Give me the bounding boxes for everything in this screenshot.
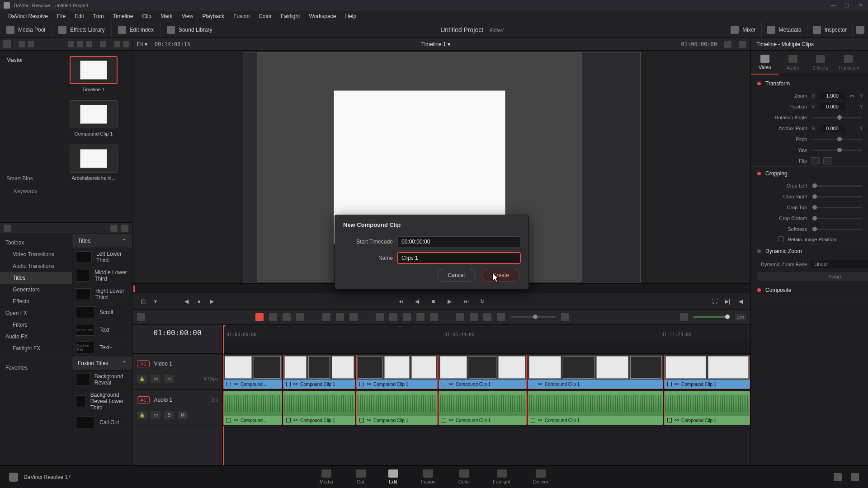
page-fusion[interactable]: Fusion — [421, 469, 436, 484]
fx-item[interactable]: Scroll — [72, 304, 132, 321]
track-auto-select-icon[interactable]: ▭ — [151, 411, 160, 419]
home-icon[interactable] — [834, 473, 842, 481]
zoom-in-icon[interactable] — [561, 313, 569, 321]
dynamic-trim-icon[interactable] — [283, 313, 291, 321]
retain-checkbox[interactable] — [778, 236, 784, 242]
menu-file[interactable]: File — [52, 13, 70, 19]
search-icon[interactable] — [100, 41, 106, 47]
fx-options-icon[interactable] — [121, 225, 128, 232]
menu-fairlight[interactable]: Fairlight — [276, 13, 305, 19]
volume-slider[interactable] — [693, 316, 730, 318]
page-color[interactable]: Color — [458, 469, 470, 484]
overwrite-clip-icon[interactable] — [336, 313, 344, 321]
fx-favorites[interactable]: Favorites — [0, 360, 72, 374]
metadata-toggle[interactable]: Metadata — [761, 22, 807, 38]
track-lock-icon[interactable]: 🔒 — [137, 375, 147, 383]
audio-track[interactable]: ⚯Compound ... ⚯Compound Clip 1 ⚯Compound… — [223, 390, 750, 426]
create-button[interactable]: Create — [481, 269, 520, 282]
cancel-button[interactable]: Cancel — [437, 269, 476, 282]
solo-button[interactable]: S — [164, 411, 174, 419]
menu-timeline[interactable]: Timeline — [108, 13, 137, 19]
fx-section-titles[interactable]: Titles⌃ — [72, 234, 132, 248]
timeline-timecode[interactable]: 01:00:00:00 — [132, 325, 222, 341]
menu-color[interactable]: Color — [254, 13, 276, 19]
menu-workspace[interactable]: Workspace — [305, 13, 341, 19]
tab-image[interactable]: Image — [863, 51, 868, 75]
tl-view-options-icon[interactable] — [137, 313, 145, 321]
fx-cat-generators[interactable]: Generators — [0, 284, 72, 296]
audio-clip[interactable]: ⚯Compound Clip 1 — [439, 391, 527, 425]
zoom-x-value[interactable]: 1.000 — [820, 92, 845, 99]
flip-h-button[interactable] — [811, 157, 820, 164]
audio-track-header[interactable]: A1Audio 12.0 🔒▭SM — [132, 390, 222, 426]
fx-item[interactable]: Left Lower Third — [72, 248, 132, 267]
thumb-view-icon[interactable] — [77, 41, 83, 47]
page-deliver[interactable]: Deliver — [533, 469, 548, 484]
zoom-out-icon[interactable] — [497, 313, 505, 321]
rotation-slider[interactable] — [812, 117, 862, 118]
link-icon[interactable] — [389, 313, 397, 321]
timeline-tracks[interactable]: 01:00:00:00 01:05:44:00 01:11:28:00 ⚯Com… — [223, 325, 750, 465]
video-clip[interactable]: ⚯Compound Clip 1 — [283, 355, 355, 389]
sort-icon[interactable] — [114, 41, 120, 47]
fx-cat-titles[interactable]: Titles — [0, 272, 72, 284]
menu-edit[interactable]: Edit — [70, 13, 89, 19]
lock-icon[interactable] — [403, 313, 411, 321]
fx-section-fusion-titles[interactable]: Fusion Titles⌃ — [72, 357, 132, 371]
timeline-ruler[interactable]: 01:00:00:00 01:05:44:00 01:11:28:00 — [223, 325, 750, 341]
media-thumb[interactable]: Timeline 1 — [69, 56, 118, 92]
position-x-value[interactable]: 0.000 — [820, 103, 845, 110]
ease-dropdown[interactable]: Linear▾ — [811, 260, 868, 268]
keywords-bin[interactable]: Keywords — [5, 186, 58, 196]
fx-item[interactable]: Custom TitleText+ — [72, 339, 132, 357]
video-clip[interactable]: ⚯Compound Clip 1 — [664, 355, 750, 389]
fx-dropdown-icon[interactable] — [4, 225, 11, 232]
video-track[interactable]: ⚯Compound ... ⚯Compound Clip 1 ⚯Compound… — [223, 354, 750, 390]
project-settings-icon[interactable] — [851, 473, 859, 481]
edit-index-toggle[interactable]: Edit Index — [112, 22, 160, 38]
pool-dropdown-icon[interactable] — [3, 40, 11, 48]
center-icon[interactable]: ● — [195, 297, 203, 305]
flip-v-button[interactable] — [823, 157, 832, 164]
tab-audio[interactable]: Audio — [779, 51, 807, 75]
crop-left-slider[interactable] — [812, 185, 862, 187]
fx-cat-openfx[interactable]: Open FX — [0, 307, 72, 319]
menu-help[interactable]: Help — [340, 13, 361, 19]
fx-cat-toolbox[interactable]: Toolbox — [0, 237, 72, 249]
pool-options-icon[interactable] — [123, 41, 129, 47]
loop-button[interactable]: ↻ — [478, 297, 486, 305]
master-bin[interactable]: Master — [5, 55, 58, 65]
fx-search-icon[interactable] — [110, 225, 118, 232]
softness-slider[interactable] — [812, 229, 862, 230]
track-auto-select-icon[interactable]: ▭ — [151, 375, 160, 383]
goto-in-icon[interactable]: |◀ — [736, 297, 744, 305]
replace-clip-icon[interactable] — [349, 313, 358, 321]
crop-bottom-slider[interactable] — [812, 218, 862, 219]
menu-app[interactable]: DaVinci Resolve — [4, 13, 52, 19]
start-timecode-input[interactable] — [397, 236, 520, 247]
media-pool-toggle[interactable]: Media Pool — [0, 22, 52, 38]
snap-icon[interactable] — [376, 313, 384, 321]
fx-cat-filters[interactable]: Filters — [0, 319, 72, 331]
zoom-slider[interactable] — [510, 316, 556, 318]
media-thumb[interactable]: Compound Clip 1 — [69, 100, 118, 136]
yaw-slider[interactable] — [812, 150, 862, 151]
fx-cat-videotrans[interactable]: Video Transitions — [0, 249, 72, 260]
fx-item[interactable]: Middle Lower Third — [72, 267, 132, 285]
name-input[interactable] — [397, 253, 520, 263]
prev-frame-button[interactable]: ◀ — [413, 297, 421, 305]
tab-effects[interactable]: Effects — [807, 51, 835, 75]
crop-right-slider[interactable] — [812, 196, 862, 197]
transform-header[interactable]: Transform — [751, 77, 868, 90]
media-thumb[interactable]: Arbeitsbereiche in... — [69, 145, 118, 181]
track-lock-icon[interactable]: 🔒 — [137, 411, 147, 419]
zoom-fit-dropdown[interactable]: Fit ▾ — [137, 41, 147, 47]
goto-out-icon[interactable]: ▶| — [723, 297, 731, 305]
insert-clip-icon[interactable] — [322, 313, 330, 321]
play-button[interactable]: ▶ — [446, 297, 454, 305]
tl-zoom-detail-icon[interactable] — [483, 313, 491, 321]
fx-item[interactable]: Background Reveal — [72, 371, 132, 389]
tab-transition[interactable]: Transition — [835, 51, 863, 75]
fx-cat-audiotrans[interactable]: Audio Transitions — [0, 260, 72, 272]
menu-playback[interactable]: Playback — [198, 13, 229, 19]
